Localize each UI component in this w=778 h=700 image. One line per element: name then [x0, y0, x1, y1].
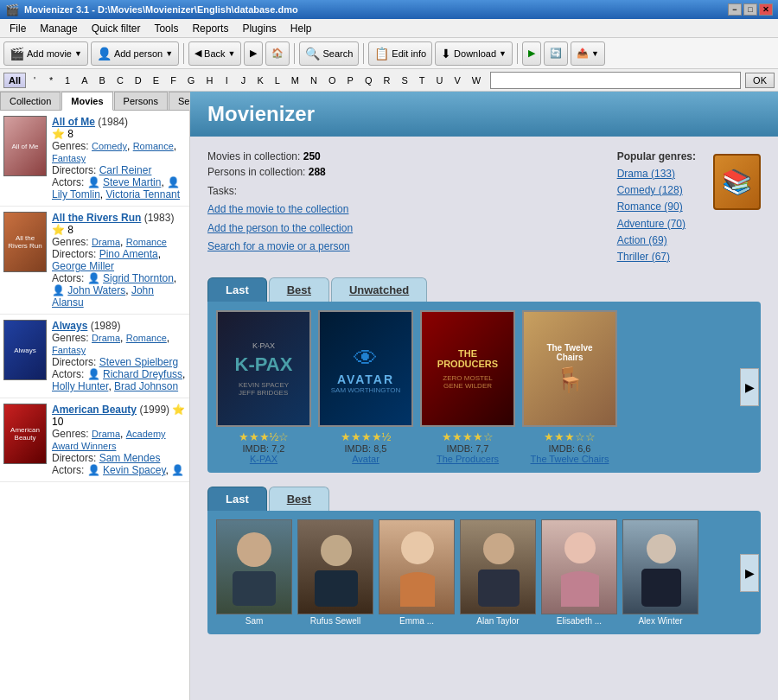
forward-button[interactable]: ▶ — [244, 41, 263, 66]
alpha-o[interactable]: O — [323, 73, 341, 88]
tab-persons[interactable]: Persons — [114, 92, 168, 110]
list-item[interactable]: All the Rivers Run All the Rivers Run (1… — [0, 207, 189, 315]
alpha-t[interactable]: T — [414, 73, 430, 88]
alpha-k[interactable]: K — [252, 73, 268, 88]
list-item[interactable]: All of Me All of Me (1984) ⭐ 8 Genres: C… — [0, 111, 189, 207]
alpha-l[interactable]: L — [270, 73, 285, 88]
alpha-e[interactable]: E — [148, 73, 164, 88]
tab-best-movies[interactable]: Best — [269, 277, 329, 302]
twelvechairs-title-link[interactable]: The Twelve Chairs — [531, 454, 609, 464]
alpha-v[interactable]: V — [449, 73, 465, 88]
home-button[interactable]: 🏠 — [265, 41, 290, 66]
tab-best-persons[interactable]: Best — [269, 487, 329, 511]
alpha-s[interactable]: S — [396, 73, 412, 88]
edit-info-button[interactable]: 📋 Edit info — [368, 41, 432, 66]
alpha-g[interactable]: G — [182, 73, 201, 88]
task-search[interactable]: Search for a movie or a person — [207, 238, 600, 257]
alpha-w[interactable]: W — [467, 73, 486, 88]
movie-title-link[interactable]: All the Rivers Run (1983) ⭐ 8 — [52, 212, 186, 236]
alpha-star[interactable]: * — [43, 73, 59, 88]
menu-tools[interactable]: Tools — [148, 20, 184, 37]
genre-action[interactable]: Action (69) — [617, 232, 696, 249]
menu-reports[interactable]: Reports — [186, 20, 234, 37]
movie-title-link[interactable]: Always (1989) — [52, 320, 186, 332]
person-card-alex[interactable]: Alex Winter — [622, 519, 698, 626]
movie-title-link[interactable]: American Beauty (1999) ⭐ — [52, 404, 186, 416]
close-button[interactable]: ✕ — [759, 3, 773, 16]
download-dropdown-icon[interactable]: ▼ — [499, 49, 507, 58]
list-item[interactable]: American Beauty American Beauty (1999) ⭐… — [0, 398, 189, 482]
kpax-title-link[interactable]: K-PAX — [250, 454, 277, 464]
export-button[interactable]: 📤 ▼ — [571, 41, 605, 66]
alpha-r[interactable]: R — [378, 73, 395, 88]
svg-point-4 — [401, 531, 434, 564]
menu-file[interactable]: File — [3, 20, 32, 37]
alpha-1[interactable]: 1 — [60, 73, 75, 88]
menu-plugins[interactable]: Plugins — [236, 20, 282, 37]
movie-card-twelvechairs[interactable]: The TwelveChairs 🪑 ★★★☆☆ IMDB: 6,6 The T… — [522, 310, 617, 464]
back-dropdown-icon[interactable]: ▼ — [228, 49, 236, 58]
genre-adventure[interactable]: Adventure (70) — [617, 216, 696, 232]
task-add-person[interactable]: Add the person to the collection — [207, 220, 600, 239]
alpha-search-input[interactable] — [490, 72, 741, 89]
alpha-f[interactable]: F — [165, 73, 182, 88]
alpha-i[interactable]: I — [219, 73, 234, 88]
tab-last-persons[interactable]: Last — [207, 487, 267, 511]
download-button[interactable]: ⬇ Download ▼ — [435, 41, 513, 66]
person-card-emma[interactable]: Emma ... — [379, 519, 455, 626]
alpha-ok-button[interactable]: OK — [745, 73, 775, 88]
alpha-a[interactable]: A — [76, 73, 92, 88]
movies-next-arrow[interactable]: ▶ — [740, 368, 759, 406]
person-card-sam[interactable]: Sam — [216, 519, 292, 626]
back-button[interactable]: ◀ Back ▼ — [188, 41, 241, 66]
genre-romance[interactable]: Romance (90) — [617, 199, 696, 215]
tab-collection[interactable]: Collection — [0, 92, 61, 110]
menu-help[interactable]: Help — [284, 20, 318, 37]
person-photo-elisabeth — [541, 519, 617, 614]
add-person-dropdown-icon[interactable]: ▼ — [165, 49, 173, 58]
svg-point-2 — [321, 535, 352, 566]
alpha-c[interactable]: C — [112, 73, 129, 88]
alpha-b[interactable]: B — [94, 73, 111, 88]
search-button[interactable]: 🔍 Search — [299, 41, 359, 66]
alpha-d[interactable]: D — [130, 73, 147, 88]
home-icon: 🏠 — [271, 48, 284, 59]
alpha-h[interactable]: H — [201, 73, 218, 88]
add-person-button[interactable]: 👤 Add person ▼ — [91, 41, 179, 66]
minimize-button[interactable]: − — [728, 3, 742, 16]
movie-card-producers[interactable]: THEPRODUCERS ZERO MOSTELGENE WILDER ★★★★… — [420, 310, 515, 464]
movie-card-kpax[interactable]: K·PAX K-PAX KEVIN SPACEYJEFF BRIDGES ★★★… — [216, 310, 311, 464]
add-movie-button[interactable]: 🎬 Add movie ▼ — [3, 41, 88, 66]
tab-unwatched-movies[interactable]: Unwatched — [331, 277, 427, 302]
list-item[interactable]: Always Always (1989) Genres: Drama, Roma… — [0, 315, 189, 398]
alpha-p[interactable]: P — [342, 73, 359, 88]
genre-drama[interactable]: Drama (133) — [617, 166, 696, 182]
alpha-j[interactable]: J — [235, 73, 251, 88]
menu-quick-filter[interactable]: Quick filter — [86, 20, 147, 37]
alpha-u[interactable]: U — [430, 73, 448, 88]
play-button[interactable]: ▶ — [522, 41, 541, 66]
avatar-title-link[interactable]: Avatar — [352, 454, 379, 464]
alpha-q[interactable]: Q — [360, 73, 378, 88]
refresh-button[interactable]: 🔄 — [544, 41, 568, 66]
alpha-apostrophe[interactable]: ' — [27, 73, 42, 88]
genre-comedy[interactable]: Comedy (128) — [617, 182, 696, 199]
export-dropdown-icon[interactable]: ▼ — [591, 49, 599, 58]
tab-movies[interactable]: Movies — [61, 92, 112, 111]
alpha-n[interactable]: N — [305, 73, 322, 88]
genre-thriller[interactable]: Thriller (67) — [617, 249, 696, 265]
alpha-m[interactable]: M — [286, 73, 304, 88]
person-card-rufus[interactable]: Rufus Sewell — [297, 519, 373, 626]
alpha-all[interactable]: All — [3, 73, 26, 88]
menu-manage[interactable]: Manage — [34, 20, 83, 37]
task-add-movie[interactable]: Add the movie to the collection — [207, 200, 600, 220]
persons-next-arrow[interactable]: ▶ — [740, 554, 759, 592]
producers-title-link[interactable]: The Producers — [437, 454, 499, 464]
person-card-alan[interactable]: Alan Taylor — [460, 519, 536, 626]
movie-card-avatar[interactable]: 👁 AVATAR SAM WORTHINGTON ★★★★½ IMDB: 8,5… — [318, 310, 413, 464]
maximize-button[interactable]: □ — [743, 3, 757, 16]
movie-title-link[interactable]: All of Me (1984) — [52, 116, 186, 128]
add-movie-dropdown-icon[interactable]: ▼ — [74, 49, 82, 58]
person-card-elisabeth[interactable]: Elisabeth ... — [541, 519, 617, 626]
tab-last-movies[interactable]: Last — [207, 277, 267, 302]
